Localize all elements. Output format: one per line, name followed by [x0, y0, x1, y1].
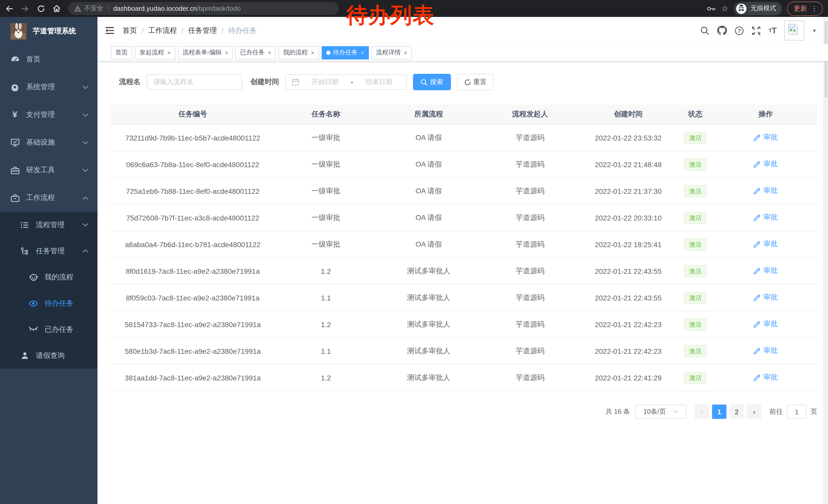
chevron-down-icon	[83, 113, 88, 117]
approve-link[interactable]: 审批	[754, 186, 778, 195]
cell-task-name: 一级审批	[275, 151, 377, 178]
chevron-down-icon[interactable]: ▼	[812, 28, 817, 33]
sidebar-item-leave-query[interactable]: 请假查询	[0, 342, 97, 369]
tab-流程表单-编辑[interactable]: 流程表单-编辑×	[178, 46, 233, 59]
avatar[interactable]	[784, 20, 804, 41]
date-range-picker[interactable]: 开始日期 - 结束日期	[285, 74, 407, 90]
tab-close-icon[interactable]: ×	[225, 49, 228, 56]
sidebar-item-done-tasks[interactable]: 已办任务	[0, 316, 97, 342]
security-label[interactable]: 不安全	[84, 4, 104, 13]
tab-close-icon[interactable]: ×	[404, 49, 407, 56]
cell-status: 激活	[677, 311, 714, 338]
sidebar-item-workflow[interactable]: 工作流程	[0, 184, 97, 212]
table-row: 8f059c03-7ac8-11ec-a9e2-a2380e71991a1.1测…	[111, 284, 817, 311]
search-icon[interactable]	[700, 26, 709, 35]
breadcrumb-workflow[interactable]: 工作流程	[148, 26, 177, 35]
eye-icon	[29, 300, 38, 306]
status-badge: 激活	[684, 212, 707, 224]
tab-发起流程[interactable]: 发起流程×	[135, 46, 175, 59]
sidebar-item-payment[interactable]: ¥ 支付管理	[0, 101, 97, 129]
cell-starter: 芋道源码	[480, 311, 580, 338]
tab-已办任务[interactable]: 已办任务×	[236, 46, 276, 59]
cell-starter: 芋道源码	[480, 124, 580, 151]
breadcrumb-home[interactable]: 首页	[123, 26, 137, 35]
tab-close-icon[interactable]: ×	[361, 49, 364, 56]
incognito-label: 无痕模式	[750, 4, 776, 13]
sidebar-item-infra[interactable]: 基础设施	[0, 129, 97, 156]
search-button-label: 搜索	[430, 78, 443, 87]
prev-page-button[interactable]: ‹	[695, 405, 709, 419]
tab-label: 发起流程	[139, 48, 164, 57]
sidebar-item-todo-tasks[interactable]: 待办任务	[0, 290, 97, 316]
cell-task-name: 一级审批	[275, 178, 377, 204]
url-path: /bpm/task/todo	[197, 5, 241, 12]
approve-link[interactable]: 审批	[754, 159, 778, 169]
approve-link[interactable]: 审批	[754, 213, 778, 222]
tab-close-icon[interactable]: ×	[167, 49, 171, 56]
page-size-select[interactable]: 10条/页	[635, 405, 687, 419]
home-icon[interactable]	[49, 1, 65, 16]
github-icon[interactable]	[717, 26, 727, 35]
tab-待办任务[interactable]: 待办任务×	[322, 46, 369, 59]
address-bar[interactable]: 不安全 dashboard.yudao.iocoder.cn/bpm/task/…	[68, 2, 339, 15]
sidebar-item-devtools[interactable]: 研发工具	[0, 156, 97, 184]
sidebar-item-label: 请假查询	[36, 351, 88, 360]
bookmark-star-icon[interactable]: ☆	[721, 4, 729, 12]
tab-label: 已办任务	[240, 48, 265, 57]
kebab-menu-icon[interactable]: ⋮	[811, 5, 818, 12]
warning-icon[interactable]	[74, 5, 81, 11]
cell-status: 激活	[677, 204, 714, 231]
cell-process: 测试多审批人	[377, 364, 480, 391]
page-button-2[interactable]: 2	[730, 405, 744, 419]
approve-link[interactable]: 审批	[754, 133, 778, 142]
fullscreen-icon[interactable]	[752, 26, 761, 35]
approve-link[interactable]: 审批	[754, 373, 778, 382]
approve-label: 审批	[763, 346, 778, 355]
status-badge: 激活	[684, 291, 707, 304]
back-icon[interactable]	[1, 1, 17, 16]
url-host: dashboard.yudao.iocoder.cn	[113, 5, 197, 12]
breadcrumb-task-mgmt[interactable]: 任务管理	[188, 26, 217, 35]
sidebar-item-system[interactable]: 系统管理	[0, 73, 97, 101]
sidebar-toggle-icon[interactable]	[105, 27, 114, 34]
help-icon[interactable]: ?	[735, 26, 744, 35]
sidebar-item-label: 已办任务	[45, 325, 88, 334]
font-size-icon[interactable]: TT	[769, 26, 777, 35]
process-name-input[interactable]: 请输入流程名	[147, 74, 242, 90]
sidebar-item-my-process[interactable]: 我的流程	[0, 264, 97, 290]
tab-流程详情[interactable]: 流程详情×	[371, 46, 412, 59]
pagination-total: 共 16 条	[606, 407, 630, 416]
tab-close-icon[interactable]: ×	[268, 49, 272, 56]
key-icon[interactable]	[706, 5, 716, 12]
approve-label: 审批	[763, 319, 778, 329]
calendar-icon	[292, 79, 299, 86]
approve-link[interactable]: 审批	[754, 266, 778, 275]
app-window: 芋道管理系统 首页 系统管理 ¥	[0, 17, 828, 504]
update-label[interactable]: 更新	[794, 4, 807, 13]
approve-link[interactable]: 审批	[754, 319, 778, 329]
sidebar-item-process-mgmt[interactable]: 流程管理	[0, 212, 97, 238]
cell-task-name: 1.2	[275, 364, 377, 391]
search-button[interactable]: 搜索	[413, 74, 451, 90]
approve-link[interactable]: 审批	[754, 346, 778, 355]
reset-button[interactable]: 重置	[457, 74, 494, 90]
forward-icon[interactable]	[17, 1, 33, 16]
sidebar-logo[interactable]: 芋道管理系统	[0, 17, 97, 46]
cell-starter: 芋道源码	[480, 364, 580, 391]
sidebar-item-task-mgmt[interactable]: 任务管理	[0, 238, 97, 264]
reload-icon[interactable]	[33, 1, 49, 16]
approve-link[interactable]: 审批	[754, 293, 778, 302]
sidebar-item-home[interactable]: 首页	[0, 46, 97, 73]
table-row: 381aa1dd-7ac8-11ec-a9e2-a2380e71991a1.2测…	[111, 364, 817, 391]
tab-我的流程[interactable]: 我的流程×	[279, 46, 319, 59]
scrollbar-track[interactable]	[823, 17, 828, 504]
table-row: 069c6a63-7b8a-11ec-8ef0-acde48001122一级审批…	[111, 151, 817, 178]
tab-close-icon[interactable]: ×	[311, 49, 315, 56]
eye-closed-icon	[29, 327, 38, 332]
approve-link[interactable]: 审批	[754, 239, 778, 249]
page-button-1[interactable]: 1	[712, 405, 727, 419]
tab-首页[interactable]: 首页	[111, 46, 132, 59]
next-page-button[interactable]: ›	[747, 405, 761, 419]
update-button[interactable]: 更新 ⋮	[787, 1, 823, 16]
goto-page-input[interactable]: 1	[787, 405, 806, 419]
